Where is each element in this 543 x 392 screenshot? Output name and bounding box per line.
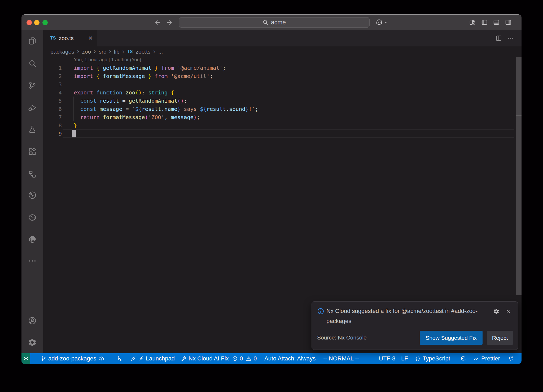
code-line[interactable]: 9	[43, 129, 522, 138]
close-window-button[interactable]	[27, 20, 32, 25]
breadcrumb-separator: ›	[122, 48, 124, 55]
code-text: const message = `${result.name} says ${r…	[74, 106, 258, 112]
toast-settings-gear-icon[interactable]	[493, 308, 500, 315]
explorer-icon[interactable]	[28, 37, 37, 46]
wrench-icon	[181, 356, 186, 361]
chevron-down-icon	[384, 20, 388, 24]
source-control-icon[interactable]	[28, 81, 37, 90]
status-bar: add-zoo-packages Launchpad Nx Cloud AI F…	[21, 353, 522, 364]
git-blame-lens[interactable]: You, 1 hour ago | 1 author (You)	[74, 57, 141, 63]
activity-bar	[21, 30, 43, 353]
testing-icon[interactable]	[28, 125, 37, 134]
breadcrumb-separator: ›	[77, 48, 79, 55]
graph-status-item[interactable]	[117, 353, 122, 364]
launchpad-rocket-icon	[130, 356, 136, 361]
breadcrumb-separator: ›	[94, 48, 96, 55]
code-text: const result = getRandomAnimal();	[74, 98, 187, 104]
run-debug-icon[interactable]	[28, 103, 37, 112]
code-line[interactable]: 7 return formatMessage('ZOO', message);	[43, 113, 522, 121]
command-center-search[interactable]: acme	[179, 17, 370, 28]
branch-status-item[interactable]: add-zoo-packages	[41, 353, 104, 364]
tab-close-icon[interactable]: ✕	[88, 35, 93, 41]
code-line[interactable]: 5 const result = getRandomAnimal();	[43, 97, 522, 105]
editor-scrollbar[interactable]	[516, 57, 522, 295]
breadcrumb-item[interactable]: lib	[114, 49, 120, 55]
remote-indicator[interactable]	[21, 353, 30, 364]
tab-label: zoo.ts	[59, 35, 74, 41]
breadcrumb-item[interactable]: zoo.ts	[136, 49, 151, 55]
breadcrumb-item[interactable]: ...	[158, 49, 163, 55]
code-line[interactable]: 4export function zoo(): string {	[43, 88, 522, 97]
accounts-icon[interactable]	[28, 316, 37, 325]
search-value: acme	[271, 19, 286, 26]
remote-icon	[23, 356, 29, 361]
remote-explorer-icon[interactable]	[28, 170, 37, 179]
breadcrumb-item[interactable]: src	[99, 49, 106, 55]
split-editor-icon[interactable]	[495, 35, 502, 42]
launchpad-status-item[interactable]: Launchpad	[130, 353, 175, 364]
more-views-icon[interactable]	[28, 256, 37, 265]
minimize-window-button[interactable]	[34, 20, 40, 25]
breadcrumb-separator: ›	[109, 48, 111, 55]
settings-gear-icon[interactable]	[28, 338, 37, 347]
edge-browser-icon[interactable]	[28, 235, 37, 244]
bell-icon	[508, 356, 514, 361]
launchpad-label: Launchpad	[146, 355, 175, 362]
line-number: 2	[43, 73, 62, 79]
search-icon	[263, 20, 269, 25]
vim-mode-label: -- NORMAL --	[323, 355, 359, 362]
code-text: export function zoo(): string {	[74, 89, 174, 96]
toast-message: Nx Cloud suggested a fix for @acme/zoo:t…	[326, 306, 491, 326]
line-number: 5	[43, 98, 62, 104]
code-line[interactable]: 2import { formatMessage } from '@acme/ut…	[43, 72, 522, 80]
back-arrow-icon[interactable]	[154, 19, 161, 27]
search-view-icon[interactable]	[28, 59, 37, 68]
breadcrumb-item[interactable]: packages	[50, 49, 74, 55]
braces-icon	[415, 356, 421, 361]
code-line[interactable]: 8}	[43, 121, 522, 129]
warnings-icon	[246, 356, 251, 361]
nx-console-icon[interactable]	[28, 191, 37, 200]
customize-layout-icon[interactable]	[469, 19, 476, 26]
line-number: 7	[43, 114, 62, 120]
prettier-status-item[interactable]: Prettier	[473, 353, 500, 364]
code-text: return formatMessage('ZOO', message);	[74, 114, 200, 120]
problems-status-item[interactable]: 0 0	[232, 353, 257, 364]
breadcrumbs: packages›zoo›src›lib›TSzoo.ts›...	[43, 46, 522, 57]
forward-arrow-icon[interactable]	[165, 19, 173, 27]
reject-button[interactable]: Reject	[487, 331, 513, 345]
nx-cloud-icon[interactable]	[28, 213, 37, 222]
copilot-status-icon	[460, 355, 466, 362]
line-number: 3	[43, 81, 62, 88]
toast-close-icon[interactable]	[505, 308, 511, 315]
tab-bar: TS zoo.ts ✕	[43, 30, 522, 46]
nx-cloud-fix-label: Nx Cloud AI Fix	[189, 355, 229, 362]
toggle-panel-icon[interactable]	[493, 19, 500, 26]
title-bar: acme	[21, 14, 522, 30]
notifications-status-item[interactable]	[508, 353, 514, 364]
toggle-secondary-sidebar-icon[interactable]	[505, 19, 512, 26]
code-line[interactable]: 1import { getRandomAnimal } from '@acme/…	[43, 64, 522, 72]
tab-zoo-ts[interactable]: TS zoo.ts ✕	[43, 30, 97, 46]
code-line[interactable]: 6 const message = `${result.name} says $…	[43, 105, 522, 113]
editor-more-actions-icon[interactable]	[507, 35, 514, 42]
eol-status-item[interactable]: LF	[401, 353, 408, 364]
vim-mode-status-item[interactable]: -- NORMAL --	[323, 353, 359, 364]
nx-cloud-fix-status-item[interactable]: Nx Cloud AI Fix	[181, 353, 229, 364]
errors-icon	[232, 356, 238, 361]
publish-cloud-icon	[98, 356, 104, 361]
encoding-status-item[interactable]: UTF-8	[379, 353, 395, 364]
toggle-primary-sidebar-icon[interactable]	[481, 19, 488, 26]
copilot-menu[interactable]	[375, 18, 388, 26]
show-suggested-fix-button[interactable]: Show Suggested Fix	[420, 331, 483, 345]
maximize-window-button[interactable]	[42, 20, 48, 25]
auto-attach-status-item[interactable]: Auto Attach: Always	[264, 353, 316, 364]
breadcrumb-separator: ›	[154, 48, 155, 55]
breadcrumb-item[interactable]: zoo	[82, 49, 91, 55]
copilot-status-item[interactable]	[460, 353, 466, 364]
code-line[interactable]: 3	[43, 80, 522, 88]
extensions-icon[interactable]	[28, 147, 37, 156]
line-number: 8	[43, 122, 62, 129]
language-status-item[interactable]: TypeScript	[415, 353, 450, 364]
info-icon	[317, 308, 324, 315]
